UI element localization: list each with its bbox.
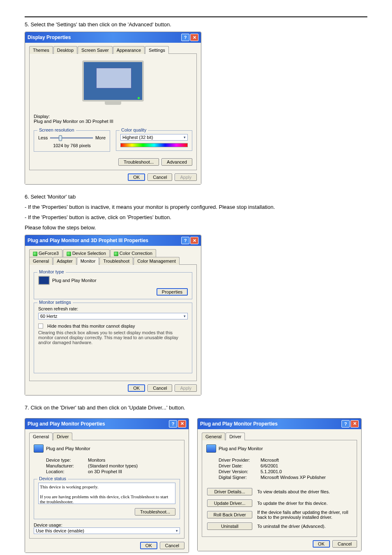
provider-value: Microsoft (261, 458, 326, 462)
tab-desktop[interactable]: Desktop (53, 46, 77, 54)
step-7: 7. Click on the 'Driver' tab and then cl… (25, 405, 367, 411)
colorquality-select[interactable]: Highest (32 bit)▾ (120, 134, 188, 141)
device-header: Plug and Play Monitor (46, 446, 90, 451)
tab-geforce3[interactable]: GeForce3 (29, 249, 62, 257)
step-6d: Please follow the steps below. (25, 224, 367, 231)
colorquality-legend: Color quality (120, 127, 148, 132)
titlebar: Display Properties ? ✕ (25, 32, 201, 43)
usage-select[interactable]: Use this device (enable)▾ (34, 527, 180, 534)
provider-label: Driver Provider: (219, 458, 260, 462)
tab-themes[interactable]: Themes (29, 46, 53, 54)
monitor-type-value: Plug and Play Monitor (52, 278, 97, 283)
hide-modes-checkbox[interactable] (38, 324, 43, 328)
location-label: Location: (46, 469, 87, 474)
tab-screensaver[interactable]: Screen Saver (78, 46, 113, 54)
tab-strip: Themes Desktop Screen Saver Appearance S… (29, 46, 197, 54)
signer-value: Microsoft Windows XP Publisher (261, 475, 326, 480)
help-icon[interactable]: ? (341, 420, 350, 428)
title-text: Plug and Play Monitor and 3D Prophet III… (28, 238, 148, 243)
horizontal-rule (25, 16, 367, 17)
date-label: Driver Date: (219, 463, 260, 468)
tab-driver[interactable]: Driver (53, 432, 72, 440)
signer-label: Digital Signer: (219, 475, 260, 480)
monitor-icon (34, 444, 44, 453)
help-icon[interactable]: ? (181, 34, 189, 41)
titlebar: Plug and Play Monitor and 3D Prophet III… (25, 235, 201, 246)
tab-troubleshoot[interactable]: Troubleshoot (99, 257, 133, 265)
rollback-driver-button[interactable]: Roll Back Driver (207, 511, 252, 518)
help-icon[interactable]: ? (181, 237, 189, 244)
cancel-button[interactable]: Cancel (160, 542, 184, 549)
ok-button[interactable]: OK (313, 540, 330, 548)
devtype-value: Monitors (88, 458, 138, 462)
help-icon[interactable]: ? (169, 420, 177, 428)
status-textarea (38, 483, 175, 504)
version-value: 5.1.2001.0 (261, 469, 326, 474)
manufacturer-value: (Standard monitor types) (88, 463, 138, 468)
update-driver-button[interactable]: Update Driver... (207, 500, 252, 507)
step-6b: - If the 'Properties' button is inactive… (25, 204, 367, 210)
resolution-legend: Screen resolution (37, 127, 76, 132)
title-text: Plug and Play Monitor Properties (200, 421, 278, 427)
display-label: Display: (34, 114, 192, 119)
nvidia-icon (114, 252, 118, 256)
display-properties-dialog: Display Properties ? ✕ Themes Desktop Sc… (25, 32, 201, 185)
monitor-type-legend: Monitor type (37, 269, 66, 274)
date-value: 6/6/2001 (261, 463, 326, 468)
step-5: 5. Select the 'Settings' tab then click … (25, 21, 367, 28)
monitor-settings-legend: Monitor settings (37, 300, 73, 305)
nvidia-icon (33, 252, 37, 256)
less-label: Less (38, 135, 48, 140)
tab-driver[interactable]: Driver (226, 432, 245, 440)
device-status-legend: Device status (37, 476, 68, 481)
tab-color-correction[interactable]: Color Correction (110, 249, 156, 257)
uninstall-desc: To uninstall the driver (Advanced). (257, 521, 352, 532)
titlebar: Plug and Play Monitor Properties ? ✕ (198, 419, 361, 429)
close-icon[interactable]: ✕ (190, 237, 198, 244)
update-driver-desc: To update the driver for this device. (257, 498, 352, 509)
properties-button[interactable]: Properties (157, 288, 188, 296)
cancel-button[interactable]: Cancel (148, 173, 172, 181)
monitor-preview (82, 60, 144, 102)
monitor-icon (38, 276, 50, 285)
tab-general[interactable]: General (29, 432, 53, 440)
ok-button[interactable]: OK (140, 542, 157, 549)
tab-monitor[interactable]: Monitor (77, 257, 99, 265)
location-value: on 3D Prophet III (88, 469, 138, 474)
color-spectrum (120, 143, 188, 147)
title-text: Plug and Play Monitor Properties (28, 421, 105, 427)
rollback-driver-desc: If the device fails after updating the d… (257, 509, 352, 520)
device-header: Plug and Play Monitor (219, 446, 263, 451)
tab-settings[interactable]: Settings (145, 46, 169, 54)
cancel-button[interactable]: Cancel (332, 540, 357, 548)
apply-button: Apply (175, 384, 197, 392)
tab-adapter[interactable]: Adapter (53, 257, 76, 265)
devtype-label: Device type: (46, 458, 87, 462)
apply-button: Apply (175, 173, 197, 181)
cancel-button[interactable]: Cancel (148, 384, 172, 392)
troubleshoot-button[interactable]: Troubleshoot... (118, 158, 159, 166)
driver-details-button[interactable]: Driver Details... (207, 488, 252, 495)
advanced-button[interactable]: Advanced (161, 158, 192, 166)
tab-color-management[interactable]: Color Management (134, 257, 180, 265)
monitor-properties-dialog: Plug and Play Monitor and 3D Prophet III… (25, 235, 201, 395)
resolution-slider[interactable] (50, 134, 93, 141)
tab-device-selection[interactable]: Device Selection (63, 249, 110, 257)
resolution-value: 1024 by 768 pixels (38, 143, 106, 148)
pnp-general-dialog: Plug and Play Monitor Properties ? ✕ Gen… (25, 418, 189, 553)
ok-button[interactable]: OK (128, 173, 145, 181)
tab-appearance[interactable]: Appearance (113, 46, 145, 54)
troubleshoot-button[interactable]: Troubleshoot... (135, 508, 175, 516)
close-icon[interactable]: ✕ (178, 420, 186, 428)
tab-general[interactable]: General (29, 257, 53, 265)
tab-general[interactable]: General (202, 432, 225, 440)
close-icon[interactable]: ✕ (350, 420, 359, 428)
refresh-select[interactable]: 60 Hertz▾ (38, 313, 188, 319)
titlebar: Plug and Play Monitor Properties ? ✕ (25, 419, 189, 429)
close-icon[interactable]: ✕ (190, 34, 198, 41)
ok-button[interactable]: OK (128, 384, 145, 392)
hide-modes-desc: Clearing this check box allows you to se… (38, 330, 188, 345)
uninstall-button[interactable]: Uninstall (207, 523, 252, 530)
nvidia-icon (67, 252, 71, 256)
monitor-icon (206, 444, 216, 453)
